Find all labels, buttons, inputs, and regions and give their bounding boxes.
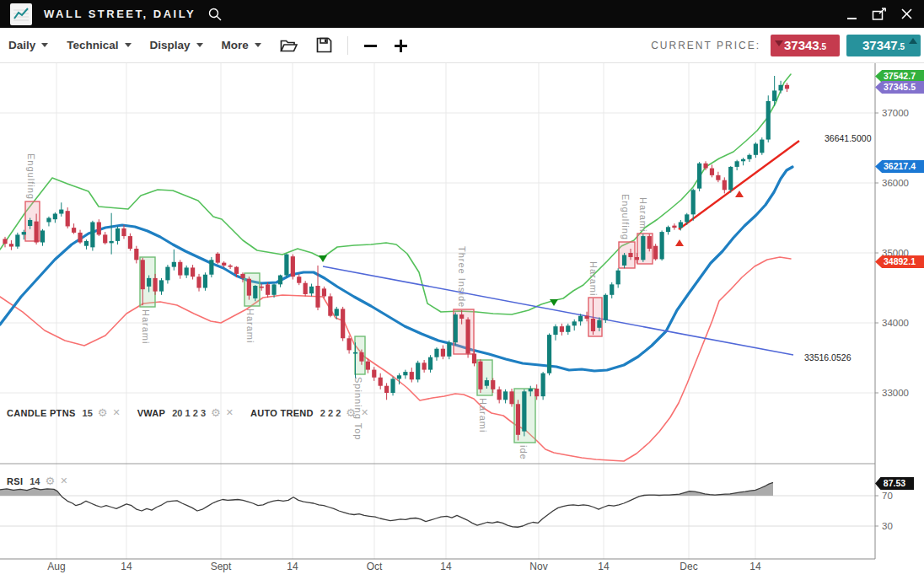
- rsi-label: RSI: [7, 476, 23, 486]
- chevron-down-icon: [255, 43, 261, 47]
- pattern-label: Harami: [478, 398, 488, 432]
- indicator-params: 15: [83, 408, 93, 418]
- rsi-value-badge: 87.53: [875, 477, 914, 490]
- pattern-label: Harami: [141, 309, 151, 344]
- svg-text:14: 14: [440, 561, 452, 572]
- price-down-arrow-icon: [775, 40, 783, 46]
- svg-text:Dec: Dec: [680, 561, 697, 572]
- indicator-name: CANDLE PTNS: [7, 408, 76, 418]
- close-button[interactable]: [897, 5, 916, 24]
- bid-price-value: 37343: [784, 38, 819, 52]
- price-axis-badge: 34892.1: [875, 255, 924, 268]
- gear-icon[interactable]: ⚙: [98, 407, 108, 418]
- chart-canvas[interactable]: Aug14Sept14Oct14Nov14Dec1437000360003500…: [0, 63, 924, 580]
- rsi-legend-row: RSI 14 ⚙ ✕: [7, 475, 67, 486]
- price-axis-badge: 37542.7: [875, 70, 924, 83]
- svg-text:33000: 33000: [882, 388, 909, 398]
- svg-text:37000: 37000: [882, 108, 909, 118]
- svg-text:Nov: Nov: [529, 561, 547, 572]
- svg-text:14: 14: [749, 561, 761, 572]
- indicator-params: 20 1 2 3: [172, 408, 206, 418]
- menu-more[interactable]: More: [222, 39, 261, 51]
- gear-icon[interactable]: ⚙: [211, 407, 221, 418]
- close-icon[interactable]: ✕: [226, 408, 234, 417]
- current-price-label: CURRENT PRICE:: [651, 40, 760, 51]
- menu-technical[interactable]: Technical: [67, 39, 131, 51]
- pattern-label: Engulfing: [26, 153, 36, 200]
- chevron-down-icon: [41, 43, 48, 47]
- gear-icon[interactable]: ⚙: [46, 475, 56, 486]
- pattern-label: Harami: [245, 309, 255, 343]
- svg-text:14: 14: [598, 561, 610, 572]
- pattern-label: Harami: [638, 197, 648, 232]
- minimize-button[interactable]: [843, 5, 862, 24]
- save-icon[interactable]: [316, 37, 332, 53]
- svg-text:33516.0526: 33516.0526: [804, 352, 851, 362]
- menu-technical-label: Technical: [67, 39, 118, 51]
- svg-text:Oct: Oct: [367, 561, 383, 572]
- indicator-name: AUTO TREND: [250, 408, 314, 418]
- ask-price-value: 37347: [862, 38, 898, 52]
- price-up-arrow-icon: [909, 38, 917, 44]
- price-axis-badge: 37345.5: [875, 81, 924, 94]
- window-title: WALL STREET, DAILY: [44, 8, 196, 20]
- open-folder-icon[interactable]: [280, 38, 298, 53]
- svg-text:30: 30: [882, 521, 893, 531]
- chart-area: Aug14Sept14Oct14Nov14Dec1437000360003500…: [0, 63, 924, 580]
- search-icon[interactable]: [207, 7, 223, 22]
- svg-text:70: 70: [882, 491, 893, 501]
- title-bar: WALL STREET, DAILY: [0, 0, 924, 28]
- chevron-down-icon: [125, 43, 132, 47]
- indicator-params: 2 2 2: [320, 408, 341, 418]
- svg-text:36641.5000: 36641.5000: [825, 133, 872, 143]
- chevron-down-icon: [196, 43, 203, 47]
- ask-price-badge: 37347.5: [846, 35, 921, 56]
- pattern-label: Spinning Top: [353, 377, 363, 440]
- menu-display[interactable]: Display: [150, 39, 203, 51]
- pattern-label: Engulfing: [620, 194, 631, 240]
- close-icon[interactable]: ✕: [60, 476, 67, 486]
- indicator-legend-row: CANDLE PTNS 15 ⚙ ✕ VWAP 20 1 2 3 ⚙ ✕ AUT…: [7, 407, 368, 418]
- menu-daily-label: Daily: [8, 39, 35, 51]
- svg-text:36000: 36000: [882, 178, 909, 188]
- app-logo-icon: [10, 3, 32, 25]
- menu-display-label: Display: [150, 39, 191, 51]
- price-axis-badge: 36217.4: [875, 160, 924, 173]
- close-icon[interactable]: ✕: [112, 408, 120, 417]
- zoom-out-button[interactable]: [363, 38, 379, 53]
- svg-text:34000: 34000: [882, 318, 909, 328]
- rsi-param: 14: [30, 476, 40, 486]
- svg-text:14: 14: [287, 561, 298, 572]
- pattern-label: Harami: [588, 261, 599, 296]
- popout-button[interactable]: [870, 5, 889, 24]
- window-controls: [843, 5, 916, 24]
- indicator-name: VWAP: [137, 408, 166, 418]
- toolbar: Daily Technical Display More CURRENT PRI…: [0, 28, 924, 63]
- svg-text:14: 14: [121, 561, 132, 572]
- svg-text:Sept: Sept: [211, 561, 232, 572]
- menu-daily[interactable]: Daily: [8, 39, 48, 51]
- bid-price-badge: 37343.5: [771, 35, 840, 56]
- menu-more-label: More: [222, 39, 249, 51]
- toolbar-separator: [347, 36, 348, 55]
- pattern-label: ide: [518, 445, 529, 460]
- pattern-label: Three Inside: [457, 246, 467, 308]
- svg-text:Aug: Aug: [47, 561, 65, 572]
- zoom-in-button[interactable]: [394, 38, 409, 53]
